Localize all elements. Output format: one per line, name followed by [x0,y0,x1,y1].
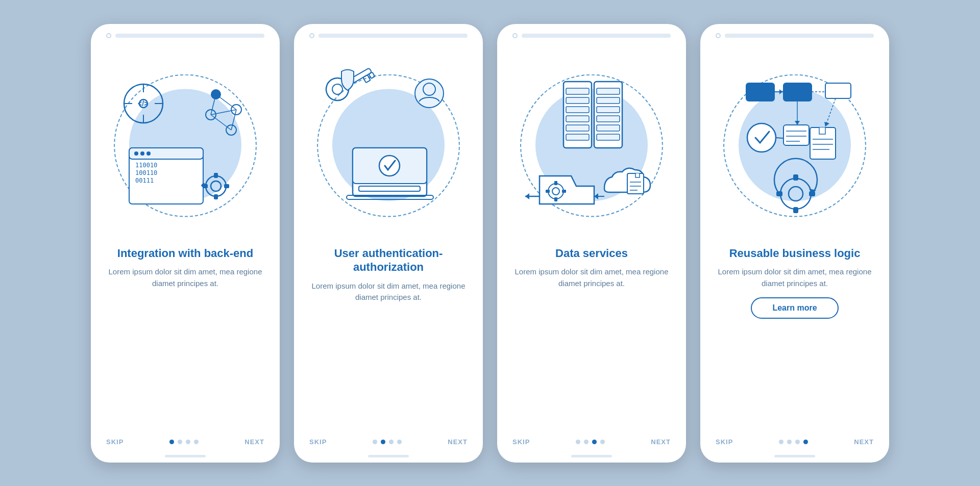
illustration-svg-3 [515,59,668,232]
illustration-svg-1: </> 110010 100110 00111 [109,59,262,232]
svg-rect-88 [793,207,798,213]
phone-card-4: Reusable business logic Lorem ipsum dolo… [700,24,889,463]
skip-button-1[interactable]: SKIP [106,438,124,446]
phone-circle-1 [106,33,111,38]
svg-rect-61 [554,197,557,201]
svg-text:00111: 00111 [135,177,154,184]
svg-rect-17 [129,148,203,159]
card-desc-1: Lorem ipsum dolor sit dim amet, mea regi… [106,266,264,289]
dot-4-2 [787,440,792,444]
svg-rect-60 [554,181,557,185]
bottom-nav-3: SKIP NEXT [497,432,686,455]
svg-rect-36 [369,72,375,79]
nav-dots-4 [779,440,808,444]
skip-button-2[interactable]: SKIP [309,438,327,446]
svg-point-86 [789,187,803,201]
illustration-svg-2 [312,59,465,232]
svg-point-18 [134,151,138,156]
illustration-area-4 [700,43,889,242]
card-title-4: Reusable business logic [729,246,861,261]
svg-point-19 [140,151,144,156]
svg-rect-54 [597,107,620,113]
dot-1-1 [169,440,174,444]
illustration-svg-4 [718,59,871,232]
svg-rect-48 [566,107,589,113]
text-area-2: User authentication-authorization Lorem … [294,242,483,432]
svg-rect-73 [783,83,812,101]
svg-rect-49 [566,116,589,122]
phone-bar-line-2 [318,34,468,38]
dot-4-3 [795,440,800,444]
next-button-1[interactable]: NEXT [244,438,264,446]
dot-1-3 [186,440,190,444]
nav-dots-3 [576,440,605,444]
svg-rect-63 [562,190,566,193]
next-button-2[interactable]: NEXT [448,438,468,446]
card-desc-3: Lorem ipsum dolor sit dim amet, mea regi… [512,266,671,289]
phone-circle-3 [512,33,518,38]
skip-button-4[interactable]: SKIP [716,438,733,446]
next-button-4[interactable]: NEXT [854,438,874,446]
card-title-3: Data services [555,246,628,261]
svg-rect-47 [566,97,589,104]
svg-rect-57 [597,134,620,140]
dot-2-3 [389,440,394,444]
phone-top-bar-2 [294,24,483,43]
bottom-handle-1 [165,455,206,457]
svg-rect-56 [597,125,620,131]
card-desc-2: Lorem ipsum dolor sit dim amet, mea regi… [309,280,468,303]
bottom-handle-3 [571,455,612,457]
phone-circle-4 [716,33,721,38]
card-title-2: User authentication-authorization [309,246,468,274]
svg-marker-65 [525,193,529,199]
svg-line-14 [211,115,231,130]
svg-rect-29 [224,184,229,188]
dot-3-3 [592,440,597,444]
svg-rect-26 [214,173,218,178]
svg-rect-50 [566,125,589,131]
bottom-nav-4: SKIP NEXT [700,432,889,455]
svg-line-96 [825,98,836,126]
svg-rect-62 [546,190,550,193]
dot-3-1 [576,440,580,444]
svg-rect-46 [566,88,589,94]
dot-2-2 [381,440,385,444]
dot-3-2 [584,440,589,444]
bottom-handle-2 [368,455,409,457]
next-button-3[interactable]: NEXT [651,438,671,446]
svg-rect-51 [566,134,589,140]
dot-1-2 [178,440,182,444]
dot-4-4 [803,440,808,444]
svg-rect-52 [597,88,620,94]
svg-rect-72 [746,83,774,101]
svg-rect-27 [214,194,218,199]
text-area-4: Reusable business logic Lorem ipsum dolo… [700,242,889,432]
phone-bar-line-3 [522,34,671,38]
svg-text:100110: 100110 [135,169,157,176]
svg-line-11 [216,94,236,110]
svg-point-20 [146,151,151,156]
phone-card-1: </> 110010 100110 00111 [91,24,280,463]
skip-button-3[interactable]: SKIP [512,438,530,446]
phone-card-2: User authentication-authorization Lorem … [294,24,483,463]
svg-rect-53 [597,97,620,104]
svg-text:</>: </> [138,99,148,108]
svg-marker-75 [779,89,782,94]
phone-top-bar-1 [91,24,280,43]
phone-card-3: Data services Lorem ipsum dolor sit dim … [497,24,686,463]
screens-container: </> 110010 100110 00111 [91,24,889,463]
learn-more-button[interactable]: Learn more [751,297,838,319]
card-desc-4: Lorem ipsum dolor sit dim amet, mea regi… [716,266,874,289]
phone-bar-line-1 [115,34,264,38]
svg-rect-76 [825,83,851,98]
card-title-1: Integration with back-end [117,246,253,261]
svg-text:110010: 110010 [135,162,157,169]
phone-top-bar-3 [497,24,686,43]
text-area-3: Data services Lorem ipsum dolor sit dim … [497,242,686,432]
phone-top-bar-4 [700,24,889,43]
svg-rect-87 [793,174,798,181]
phone-circle-2 [309,33,314,38]
dot-2-4 [397,440,402,444]
nav-dots-1 [169,440,199,444]
bottom-handle-4 [774,455,815,457]
